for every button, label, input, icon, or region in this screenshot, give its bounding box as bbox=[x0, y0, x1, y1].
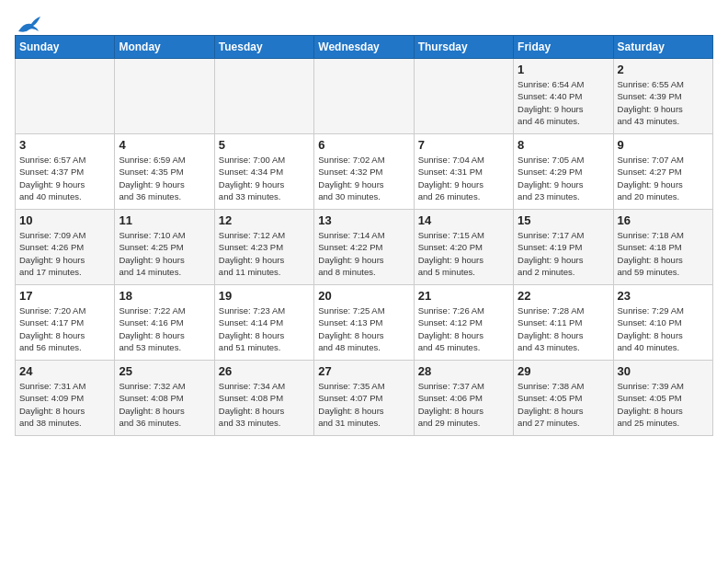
calendar-cell: 19Sunrise: 7:23 AM Sunset: 4:14 PM Dayli… bbox=[214, 285, 313, 361]
day-detail: Sunrise: 6:55 AM Sunset: 4:39 PM Dayligh… bbox=[618, 78, 709, 127]
calendar-cell bbox=[314, 59, 414, 134]
calendar-cell: 12Sunrise: 7:12 AM Sunset: 4:23 PM Dayli… bbox=[214, 210, 313, 285]
calendar-cell: 17Sunrise: 7:20 AM Sunset: 4:17 PM Dayli… bbox=[16, 285, 115, 361]
day-detail: Sunrise: 7:20 AM Sunset: 4:17 PM Dayligh… bbox=[19, 304, 110, 353]
day-number: 25 bbox=[119, 364, 210, 378]
calendar-cell: 29Sunrise: 7:38 AM Sunset: 4:05 PM Dayli… bbox=[514, 361, 613, 436]
calendar-body: 1Sunrise: 6:54 AM Sunset: 4:40 PM Daylig… bbox=[16, 59, 713, 436]
day-detail: Sunrise: 7:38 AM Sunset: 4:05 PM Dayligh… bbox=[518, 380, 609, 429]
calendar-cell: 27Sunrise: 7:35 AM Sunset: 4:07 PM Dayli… bbox=[314, 361, 414, 436]
calendar-cell: 9Sunrise: 7:07 AM Sunset: 4:27 PM Daylig… bbox=[613, 134, 712, 210]
day-detail: Sunrise: 7:07 AM Sunset: 4:27 PM Dayligh… bbox=[618, 154, 709, 202]
day-number: 13 bbox=[318, 213, 409, 227]
day-number: 11 bbox=[119, 213, 210, 227]
calendar-cell: 30Sunrise: 7:39 AM Sunset: 4:05 PM Dayli… bbox=[613, 361, 712, 436]
calendar-cell: 26Sunrise: 7:34 AM Sunset: 4:08 PM Dayli… bbox=[214, 361, 313, 436]
day-number: 21 bbox=[418, 289, 509, 303]
day-detail: Sunrise: 7:15 AM Sunset: 4:20 PM Dayligh… bbox=[418, 229, 509, 278]
calendar-cell: 15Sunrise: 7:17 AM Sunset: 4:19 PM Dayli… bbox=[514, 210, 613, 285]
day-number: 29 bbox=[518, 364, 609, 378]
header bbox=[15, 15, 713, 31]
col-header-friday: Friday bbox=[514, 36, 613, 59]
calendar-cell: 4Sunrise: 6:59 AM Sunset: 4:35 PM Daylig… bbox=[115, 134, 214, 210]
calendar-cell bbox=[414, 59, 513, 134]
day-number: 23 bbox=[618, 289, 709, 303]
calendar-row: 24Sunrise: 7:31 AM Sunset: 4:09 PM Dayli… bbox=[16, 361, 713, 436]
col-header-wednesday: Wednesday bbox=[314, 36, 414, 59]
calendar-cell: 18Sunrise: 7:22 AM Sunset: 4:16 PM Dayli… bbox=[115, 285, 214, 361]
day-detail: Sunrise: 6:54 AM Sunset: 4:40 PM Dayligh… bbox=[518, 78, 609, 127]
calendar-cell: 5Sunrise: 7:00 AM Sunset: 4:34 PM Daylig… bbox=[214, 134, 313, 210]
day-detail: Sunrise: 7:28 AM Sunset: 4:11 PM Dayligh… bbox=[518, 304, 609, 353]
day-number: 27 bbox=[318, 364, 409, 378]
day-detail: Sunrise: 7:35 AM Sunset: 4:07 PM Dayligh… bbox=[318, 380, 409, 429]
calendar-row: 3Sunrise: 6:57 AM Sunset: 4:37 PM Daylig… bbox=[16, 134, 713, 210]
day-number: 4 bbox=[119, 138, 210, 152]
day-detail: Sunrise: 7:25 AM Sunset: 4:13 PM Dayligh… bbox=[318, 304, 409, 353]
day-number: 16 bbox=[618, 213, 709, 227]
day-detail: Sunrise: 7:31 AM Sunset: 4:09 PM Dayligh… bbox=[19, 380, 110, 429]
day-number: 5 bbox=[219, 138, 310, 152]
day-detail: Sunrise: 7:04 AM Sunset: 4:31 PM Dayligh… bbox=[418, 154, 509, 202]
day-number: 19 bbox=[219, 289, 310, 303]
day-detail: Sunrise: 7:02 AM Sunset: 4:32 PM Dayligh… bbox=[318, 154, 409, 202]
calendar-cell: 11Sunrise: 7:10 AM Sunset: 4:25 PM Dayli… bbox=[115, 210, 214, 285]
day-detail: Sunrise: 7:00 AM Sunset: 4:34 PM Dayligh… bbox=[219, 154, 310, 202]
calendar-cell: 2Sunrise: 6:55 AM Sunset: 4:39 PM Daylig… bbox=[613, 59, 712, 134]
col-header-monday: Monday bbox=[115, 36, 214, 59]
col-header-tuesday: Tuesday bbox=[214, 36, 313, 59]
day-detail: Sunrise: 6:57 AM Sunset: 4:37 PM Dayligh… bbox=[19, 154, 110, 202]
calendar-cell: 21Sunrise: 7:26 AM Sunset: 4:12 PM Dayli… bbox=[414, 285, 513, 361]
day-number: 26 bbox=[219, 364, 310, 378]
day-detail: Sunrise: 7:18 AM Sunset: 4:18 PM Dayligh… bbox=[618, 229, 709, 278]
day-number: 7 bbox=[418, 138, 509, 152]
day-detail: Sunrise: 7:12 AM Sunset: 4:23 PM Dayligh… bbox=[219, 229, 310, 278]
day-number: 30 bbox=[618, 364, 709, 378]
col-header-saturday: Saturday bbox=[613, 36, 712, 59]
calendar-row: 17Sunrise: 7:20 AM Sunset: 4:17 PM Dayli… bbox=[16, 285, 713, 361]
calendar-row: 10Sunrise: 7:09 AM Sunset: 4:26 PM Dayli… bbox=[16, 210, 713, 285]
day-detail: Sunrise: 7:37 AM Sunset: 4:06 PM Dayligh… bbox=[418, 380, 509, 429]
day-detail: Sunrise: 7:14 AM Sunset: 4:22 PM Dayligh… bbox=[318, 229, 409, 278]
day-detail: Sunrise: 7:05 AM Sunset: 4:29 PM Dayligh… bbox=[518, 154, 609, 202]
day-detail: Sunrise: 7:29 AM Sunset: 4:10 PM Dayligh… bbox=[618, 304, 709, 353]
col-header-thursday: Thursday bbox=[414, 36, 513, 59]
logo-bird-icon bbox=[17, 15, 42, 35]
calendar-cell: 22Sunrise: 7:28 AM Sunset: 4:11 PM Dayli… bbox=[514, 285, 613, 361]
day-number: 28 bbox=[418, 364, 509, 378]
day-detail: Sunrise: 7:09 AM Sunset: 4:26 PM Dayligh… bbox=[19, 229, 110, 278]
calendar-cell: 16Sunrise: 7:18 AM Sunset: 4:18 PM Dayli… bbox=[613, 210, 712, 285]
calendar-cell: 10Sunrise: 7:09 AM Sunset: 4:26 PM Dayli… bbox=[16, 210, 115, 285]
day-detail: Sunrise: 7:23 AM Sunset: 4:14 PM Dayligh… bbox=[219, 304, 310, 353]
calendar-cell: 1Sunrise: 6:54 AM Sunset: 4:40 PM Daylig… bbox=[514, 59, 613, 134]
calendar-cell: 23Sunrise: 7:29 AM Sunset: 4:10 PM Dayli… bbox=[613, 285, 712, 361]
day-number: 9 bbox=[618, 138, 709, 152]
day-detail: Sunrise: 6:59 AM Sunset: 4:35 PM Dayligh… bbox=[119, 154, 210, 202]
calendar-cell: 25Sunrise: 7:32 AM Sunset: 4:08 PM Dayli… bbox=[115, 361, 214, 436]
calendar-cell: 3Sunrise: 6:57 AM Sunset: 4:37 PM Daylig… bbox=[16, 134, 115, 210]
day-detail: Sunrise: 7:39 AM Sunset: 4:05 PM Dayligh… bbox=[618, 380, 709, 429]
page: SundayMondayTuesdayWednesdayThursdayFrid… bbox=[0, 0, 728, 445]
day-number: 24 bbox=[19, 364, 110, 378]
day-number: 17 bbox=[19, 289, 110, 303]
calendar-cell: 20Sunrise: 7:25 AM Sunset: 4:13 PM Dayli… bbox=[314, 285, 414, 361]
calendar-row: 1Sunrise: 6:54 AM Sunset: 4:40 PM Daylig… bbox=[16, 59, 713, 134]
calendar-cell: 24Sunrise: 7:31 AM Sunset: 4:09 PM Dayli… bbox=[16, 361, 115, 436]
day-number: 2 bbox=[618, 63, 709, 76]
day-number: 22 bbox=[518, 289, 609, 303]
calendar-cell: 6Sunrise: 7:02 AM Sunset: 4:32 PM Daylig… bbox=[314, 134, 414, 210]
calendar-cell bbox=[16, 59, 115, 134]
day-detail: Sunrise: 7:17 AM Sunset: 4:19 PM Dayligh… bbox=[518, 229, 609, 278]
logo bbox=[15, 15, 42, 31]
day-number: 20 bbox=[318, 289, 409, 303]
calendar-cell bbox=[214, 59, 313, 134]
calendar-cell bbox=[115, 59, 214, 134]
day-number: 18 bbox=[119, 289, 210, 303]
calendar-cell: 8Sunrise: 7:05 AM Sunset: 4:29 PM Daylig… bbox=[514, 134, 613, 210]
day-detail: Sunrise: 7:22 AM Sunset: 4:16 PM Dayligh… bbox=[119, 304, 210, 353]
calendar-cell: 14Sunrise: 7:15 AM Sunset: 4:20 PM Dayli… bbox=[414, 210, 513, 285]
calendar-header-row: SundayMondayTuesdayWednesdayThursdayFrid… bbox=[16, 36, 713, 59]
calendar-table: SundayMondayTuesdayWednesdayThursdayFrid… bbox=[15, 35, 713, 436]
day-detail: Sunrise: 7:32 AM Sunset: 4:08 PM Dayligh… bbox=[119, 380, 210, 429]
calendar-cell: 7Sunrise: 7:04 AM Sunset: 4:31 PM Daylig… bbox=[414, 134, 513, 210]
